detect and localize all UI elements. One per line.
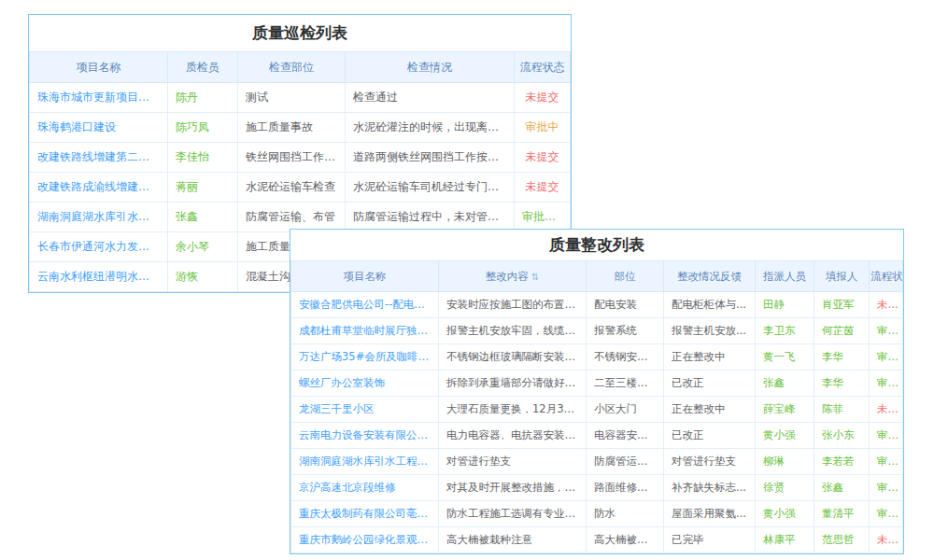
rectification-cell-part: 配电安装 bbox=[587, 292, 664, 318]
table-row: 万达广场35#会所及咖啡厅空...不锈钢边框玻璃隔断安装不牢...不锈钢安装..… bbox=[291, 344, 903, 371]
header-row: 项目名称整改内容⇅部位整改情况反馈指派人员填报人流程状态 bbox=[291, 261, 903, 292]
rectification-cell-part: 不锈钢安装... bbox=[587, 344, 664, 371]
rectification-panel: 质量整改列表 项目名称整改内容⇅部位整改情况反馈指派人员填报人流程状态 安徽合肥… bbox=[290, 229, 904, 554]
inspection-cell-project[interactable]: 改建铁路成渝线增建第... bbox=[30, 173, 168, 203]
inspection-cell-project[interactable]: 湖南洞庭湖水库引水工... bbox=[30, 203, 168, 232]
column-header-content[interactable]: 整改内容⇅ bbox=[439, 261, 587, 292]
rectification-cell-reporter: 董清平 bbox=[814, 501, 870, 527]
inspection-cell-inspector: 游恢 bbox=[168, 262, 238, 292]
table-row: 湖南洞庭湖水库引水工程施工1标对管进行垫支防腐管运输...对管进行垫支柳琳李若若… bbox=[291, 449, 903, 475]
table-row: 湖南洞庭湖水库引水工...张鑫防腐管运输、布管防腐管运输过程中，未对管进行...… bbox=[30, 203, 571, 232]
table-row: 重庆太极制药有限公司亳州中...防水工程施工选调有专业资质...防水屋面采用聚氨… bbox=[291, 501, 903, 527]
inspection-cell-inspector: 余小琴 bbox=[168, 232, 238, 262]
column-header-inspector: 质检员 bbox=[168, 52, 238, 83]
rectification-cell-project[interactable]: 万达广场35#会所及咖啡厅空... bbox=[291, 344, 439, 371]
rectification-cell-feedback: 已改正 bbox=[664, 423, 756, 449]
column-header-label: 部位 bbox=[615, 270, 636, 283]
rectification-cell-reporter: 何芷茵 bbox=[814, 318, 870, 344]
inspection-cell-project[interactable]: 云南水利枢纽潜明水库... bbox=[30, 262, 168, 292]
rectification-cell-feedback: 正在整改中 bbox=[664, 344, 756, 371]
inspection-cell-project[interactable]: 珠海鹤港口建设 bbox=[30, 113, 168, 143]
inspection-cell-inspector: 蒋丽 bbox=[168, 173, 238, 203]
rectification-table-header: 项目名称整改内容⇅部位整改情况反馈指派人员填报人流程状态 bbox=[291, 261, 903, 292]
rectification-cell-project[interactable]: 湖南洞庭湖水库引水工程施工1标 bbox=[291, 449, 439, 475]
rectification-cell-status: 未提交 bbox=[870, 527, 903, 553]
rectification-cell-assignee: 田静 bbox=[756, 292, 814, 318]
rectification-cell-assignee: 黄一飞 bbox=[756, 344, 814, 371]
table-row: 龙湖三千里小区大理石质量更换，12月31日之...小区大门正在整改中薛宝峰陈菲未… bbox=[291, 397, 903, 423]
table-row: 改建铁路成渝线增建第...蒋丽水泥砼运输车检查水泥砼运输车司机经过专门培训...… bbox=[30, 173, 571, 203]
column-header-label: 检查情况 bbox=[407, 61, 452, 74]
rectification-cell-assignee: 黄小强 bbox=[756, 423, 814, 449]
rectification-cell-reporter: 李华 bbox=[814, 371, 870, 397]
rectification-cell-feedback: 已改正 bbox=[664, 371, 756, 397]
rectification-table-body: 安徽合肥供电公司--配电设备...安装时应按施工图的布置，将...配电安装配电柜… bbox=[291, 292, 903, 553]
rectification-cell-project[interactable]: 重庆太极制药有限公司亳州中... bbox=[291, 501, 439, 527]
rectification-cell-status: 审批通过 bbox=[870, 501, 903, 527]
inspection-cell-inspector: 陈巧凤 bbox=[168, 113, 238, 143]
column-header-project: 项目名称 bbox=[30, 52, 168, 83]
header-row: 项目名称质检员检查部位检查情况流程状态 bbox=[30, 52, 571, 83]
rectification-cell-reporter: 张鑫 bbox=[814, 475, 870, 501]
rectification-cell-content: 大理石质量更换，12月31日之... bbox=[439, 397, 587, 423]
rectification-cell-project[interactable]: 京沪高速北京段维修 bbox=[291, 475, 439, 501]
rectification-cell-project[interactable]: 龙湖三千里小区 bbox=[291, 397, 439, 423]
table-row: 成都杜甫草堂临时展厅独立展...报警主机安放牢固，线缆连接...报警系统报警主机… bbox=[291, 318, 903, 344]
rectification-cell-content: 防水工程施工选调有专业资质... bbox=[439, 501, 587, 527]
rectification-cell-part: 报警系统 bbox=[587, 318, 664, 344]
column-header-label: 整改情况反馈 bbox=[677, 270, 742, 283]
rectification-cell-assignee: 柳琳 bbox=[756, 449, 814, 475]
inspection-cell-location: 施工质量事故 bbox=[238, 113, 346, 143]
rectification-cell-feedback: 报警主机安放... bbox=[664, 318, 756, 344]
rectification-cell-status: 审批通过 bbox=[870, 371, 903, 397]
rectification-cell-content: 高大楠被栽种注意 bbox=[439, 527, 587, 553]
rectification-cell-reporter: 陈菲 bbox=[814, 397, 870, 423]
column-header-label: 整改内容 bbox=[486, 270, 529, 283]
rectification-cell-project[interactable]: 成都杜甫草堂临时展厅独立展... bbox=[291, 318, 439, 344]
column-header-situation: 检查情况 bbox=[346, 52, 515, 83]
column-header-label: 指派人员 bbox=[763, 270, 806, 283]
column-header-status: 流程状态 bbox=[870, 261, 903, 292]
rectification-cell-reporter: 范思哲 bbox=[814, 527, 870, 553]
rectification-cell-project[interactable]: 螺丝厂办公室装饰 bbox=[291, 371, 439, 397]
rectification-cell-part: 防腐管运输... bbox=[587, 449, 664, 475]
inspection-cell-inspector: 李佳怡 bbox=[168, 143, 238, 173]
inspection-cell-status: 审批中 bbox=[515, 113, 571, 143]
inspection-table-header: 项目名称质检员检查部位检查情况流程状态 bbox=[30, 52, 571, 83]
rectification-cell-part: 小区大门 bbox=[587, 397, 664, 423]
rectification-cell-project[interactable]: 重庆市鹅岭公园绿化景观提升... bbox=[291, 527, 439, 553]
rectification-cell-reporter: 李华 bbox=[814, 344, 870, 371]
rectification-cell-feedback: 配电柜柜体与... bbox=[664, 292, 756, 318]
inspection-cell-project[interactable]: 珠海市城市更新项目紫... bbox=[30, 83, 168, 113]
table-row: 云南电力设备安装有限公司20...电力电容器、电抗器安装方案...电容器安装..… bbox=[291, 423, 903, 449]
column-header-label: 项目名称 bbox=[344, 270, 387, 283]
sort-icon[interactable]: ⇅ bbox=[531, 272, 539, 282]
rectification-cell-part: 高大楠被栽种 bbox=[587, 527, 664, 553]
rectification-cell-project[interactable]: 安徽合肥供电公司--配电设备... bbox=[291, 292, 439, 318]
rectification-cell-assignee: 张鑫 bbox=[756, 371, 814, 397]
inspection-cell-situation: 水泥砼运输车司机经过专门培训... bbox=[346, 173, 515, 203]
inspection-cell-status: 审批通过 bbox=[515, 203, 571, 232]
table-row: 重庆市鹅岭公园绿化景观提升...高大楠被栽种注意高大楠被栽种已完毕林康平范思哲未… bbox=[291, 527, 903, 553]
column-header-label: 质检员 bbox=[186, 61, 219, 74]
rectification-cell-part: 电容器安装... bbox=[587, 423, 664, 449]
rectification-cell-status: 审批通过 bbox=[870, 344, 903, 371]
inspection-cell-project[interactable]: 长春市伊通河水力发电... bbox=[30, 232, 168, 262]
rectification-cell-assignee: 薛宝峰 bbox=[756, 397, 814, 423]
column-header-feedback: 整改情况反馈 bbox=[664, 261, 756, 292]
rectification-cell-content: 报警主机安放牢固，线缆连接... bbox=[439, 318, 587, 344]
rectification-cell-project[interactable]: 云南电力设备安装有限公司20... bbox=[291, 423, 439, 449]
inspection-cell-location: 铁丝网围挡工作检查 bbox=[238, 143, 346, 173]
rectification-cell-content: 对其及时开展整改措施，桥头... bbox=[439, 475, 587, 501]
rectification-title: 质量整改列表 bbox=[290, 230, 903, 260]
rectification-cell-assignee: 徐贤 bbox=[756, 475, 814, 501]
inspection-cell-situation: 水泥砼灌注的时候，出现离析现象 bbox=[346, 113, 515, 143]
rectification-cell-status: 审批通过 bbox=[870, 423, 903, 449]
inspection-cell-project[interactable]: 改建铁路线增建第二线... bbox=[30, 143, 168, 173]
inspection-cell-status: 未提交 bbox=[515, 83, 571, 113]
inspection-cell-status: 未提交 bbox=[515, 143, 571, 173]
table-row: 珠海鹤港口建设陈巧凤施工质量事故水泥砼灌注的时候，出现离析现象审批中 bbox=[30, 113, 571, 143]
rectification-cell-assignee: 林康平 bbox=[756, 527, 814, 553]
table-row: 珠海市城市更新项目紫...陈丹测试检查通过未提交 bbox=[30, 83, 571, 113]
rectification-cell-status: 未提交 bbox=[870, 397, 903, 423]
